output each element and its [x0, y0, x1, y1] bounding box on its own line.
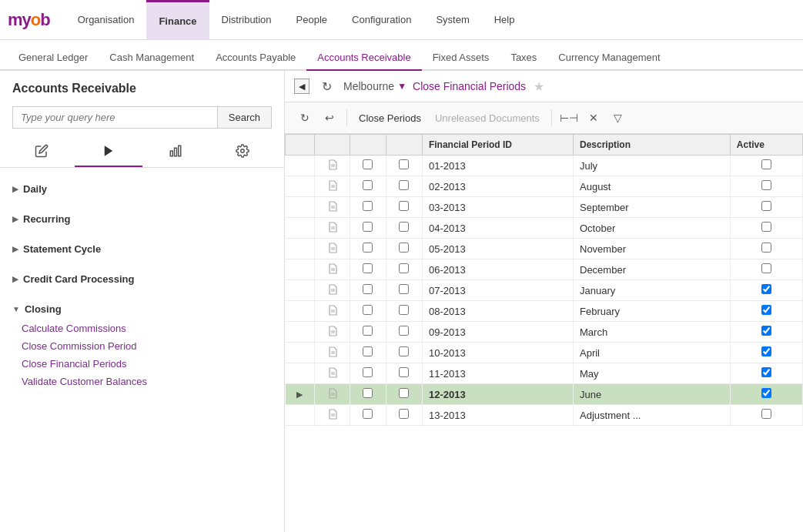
nav-distribution[interactable]: Distribution [209, 0, 284, 39]
row-checkbox-1[interactable] [350, 280, 386, 301]
menu-statement-cycle[interactable]: ▶ Statement Cycle [0, 239, 284, 259]
table-row[interactable]: 11-2013May [286, 363, 803, 384]
search-input[interactable] [12, 106, 218, 129]
row-checkbox-1[interactable] [350, 405, 386, 426]
row-checkbox-1[interactable] [350, 218, 386, 239]
menu-closing[interactable]: ▼ Closing [0, 299, 284, 320]
nav-organisation[interactable]: Organisation [65, 0, 147, 39]
row-expand-icon[interactable]: ▶ [286, 384, 315, 405]
row-expand-icon[interactable] [286, 322, 315, 343]
breadcrumb-link[interactable]: Close Financial Periods [413, 80, 526, 92]
row-checkbox-1[interactable] [350, 239, 386, 259]
cell-active[interactable] [730, 218, 802, 239]
close-periods-button[interactable]: Close Periods [353, 112, 427, 125]
table-row[interactable]: 03-2013September [286, 197, 803, 218]
row-expand-icon[interactable] [286, 218, 315, 239]
table-row[interactable]: 10-2013April [286, 343, 803, 363]
row-checkbox-2[interactable] [386, 384, 422, 405]
row-checkbox-2[interactable] [386, 301, 422, 322]
row-checkbox-2[interactable] [386, 259, 422, 280]
menu-daily[interactable]: ▶ Daily [0, 179, 284, 199]
cell-active[interactable] [730, 384, 802, 405]
row-checkbox-2[interactable] [386, 239, 422, 259]
tab-run[interactable] [75, 136, 142, 167]
menu-item-close-financial-periods[interactable]: Close Financial Periods [0, 355, 284, 373]
cell-active[interactable] [730, 363, 802, 384]
table-row[interactable]: ▶12-2013June [286, 384, 803, 405]
table-row[interactable]: 09-2013March [286, 322, 803, 343]
toolbar-clear-button[interactable]: ✕ [583, 107, 604, 129]
row-checkbox-2[interactable] [386, 156, 422, 176]
subnav-accounts-receivable[interactable]: Accounts Receivable [306, 52, 421, 71]
menu-recurring[interactable]: ▶ Recurring [0, 209, 284, 229]
row-checkbox-1[interactable] [350, 322, 386, 343]
cell-active[interactable] [730, 239, 802, 259]
table-row[interactable]: 05-2013November [286, 239, 803, 259]
row-expand-icon[interactable] [286, 197, 315, 218]
cell-active[interactable] [730, 280, 802, 301]
toolbar-fit-columns-button[interactable]: ⊢⊣ [558, 107, 580, 129]
toolbar-filter-button[interactable]: ▽ [607, 107, 629, 129]
table-row[interactable]: 04-2013October [286, 218, 803, 239]
row-checkbox-2[interactable] [386, 218, 422, 239]
subnav-accounts-payable[interactable]: Accounts Payable [205, 52, 306, 71]
nav-configuration[interactable]: Configuration [340, 0, 423, 39]
nav-help[interactable]: Help [482, 0, 527, 39]
tab-settings[interactable] [209, 136, 276, 167]
menu-item-calculate-commissions[interactable]: Calculate Commissions [0, 320, 284, 337]
subnav-taxes[interactable]: Taxes [500, 52, 547, 71]
row-checkbox-2[interactable] [386, 197, 422, 218]
nav-system[interactable]: System [423, 0, 481, 39]
row-checkbox-1[interactable] [350, 156, 386, 176]
table-row[interactable]: 02-2013August [286, 176, 803, 197]
row-expand-icon[interactable] [286, 301, 315, 322]
nav-people[interactable]: People [284, 0, 340, 39]
cell-active[interactable] [730, 259, 802, 280]
menu-credit-card[interactable]: ▶ Credit Card Processing [0, 269, 284, 289]
row-checkbox-1[interactable] [350, 343, 386, 363]
menu-item-validate-customer-balances[interactable]: Validate Customer Balances [0, 373, 284, 390]
subnav-cash-management[interactable]: Cash Management [99, 52, 205, 71]
row-checkbox-2[interactable] [386, 405, 422, 426]
table-row[interactable]: 01-2013July [286, 156, 803, 176]
row-checkbox-2[interactable] [386, 280, 422, 301]
row-expand-icon[interactable] [286, 363, 315, 384]
subnav-general-ledger[interactable]: General Ledger [8, 52, 99, 71]
search-button[interactable]: Search [218, 106, 272, 129]
row-expand-icon[interactable] [286, 259, 315, 280]
toolbar-undo-button[interactable]: ↩ [319, 107, 340, 129]
cell-active[interactable] [730, 405, 802, 426]
row-checkbox-1[interactable] [350, 259, 386, 280]
row-checkbox-2[interactable] [386, 343, 422, 363]
collapse-sidebar-button[interactable]: ◀ [294, 79, 309, 94]
row-checkbox-2[interactable] [386, 176, 422, 197]
row-expand-icon[interactable] [286, 343, 315, 363]
location-dropdown[interactable]: ▼ [397, 81, 407, 92]
favorite-button[interactable]: ★ [534, 79, 544, 94]
subnav-currency-management[interactable]: Currency Management [547, 52, 671, 71]
nav-finance[interactable]: Finance [146, 0, 209, 39]
menu-item-close-commission-period[interactable]: Close Commission Period [0, 337, 284, 355]
row-checkbox-1[interactable] [350, 197, 386, 218]
cell-active[interactable] [730, 322, 802, 343]
row-expand-icon[interactable] [286, 280, 315, 301]
tab-chart[interactable] [142, 136, 209, 167]
row-checkbox-1[interactable] [350, 384, 386, 405]
row-checkbox-1[interactable] [350, 301, 386, 322]
cell-active[interactable] [730, 301, 802, 322]
row-expand-icon[interactable] [286, 239, 315, 259]
table-row[interactable]: 07-2013January [286, 280, 803, 301]
row-checkbox-2[interactable] [386, 363, 422, 384]
row-expand-icon[interactable] [286, 156, 315, 176]
row-expand-icon[interactable] [286, 176, 315, 197]
tab-edit[interactable] [8, 136, 75, 167]
row-checkbox-1[interactable] [350, 176, 386, 197]
table-row[interactable]: 13-2013Adjustment ... [286, 405, 803, 426]
cell-active[interactable] [730, 343, 802, 363]
refresh-button[interactable]: ↻ [317, 77, 336, 95]
cell-active[interactable] [730, 197, 802, 218]
table-row[interactable]: 06-2013December [286, 259, 803, 280]
row-expand-icon[interactable] [286, 405, 315, 426]
row-checkbox-2[interactable] [386, 322, 422, 343]
row-checkbox-1[interactable] [350, 363, 386, 384]
